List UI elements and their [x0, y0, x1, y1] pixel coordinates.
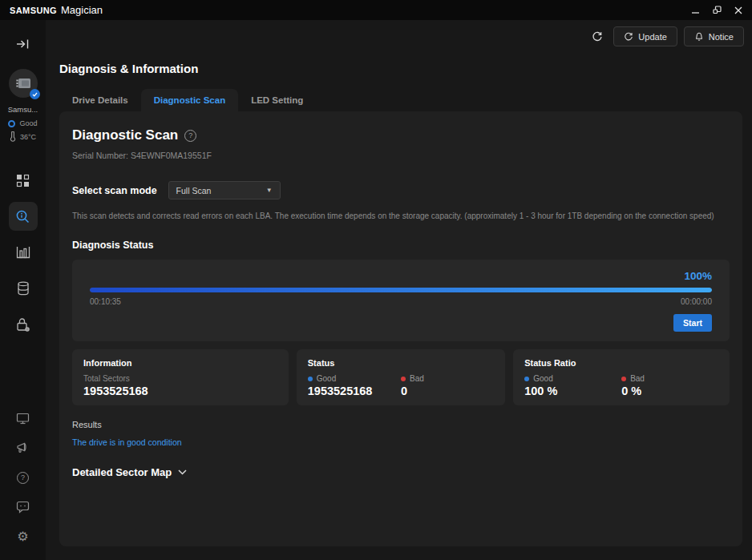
- good-dot-icon: [524, 377, 529, 381]
- health-label: Good: [19, 119, 37, 127]
- detailed-sector-map-toggle[interactable]: Detailed Sector Map: [72, 466, 730, 478]
- sidebar-expand-icon[interactable]: [16, 38, 30, 50]
- tab-bar: Drive Details Diagnostic Scan LED Settin…: [59, 89, 752, 111]
- results-label: Results: [72, 420, 730, 429]
- remaining-time: 00:00:00: [681, 297, 712, 306]
- diagnosis-magnifier-icon: [15, 209, 30, 224]
- ratio-bad-value: 0 %: [621, 385, 718, 397]
- monitor-icon: [16, 413, 30, 425]
- sidebar-item-security[interactable]: [9, 310, 38, 339]
- status-bad-label: Bad: [410, 374, 424, 383]
- drive-name: Samsu...: [8, 105, 38, 114]
- diagnostic-scan-panel: Diagnostic Scan ? Serial Number: S4EWNF0…: [59, 111, 742, 546]
- logo-magician: Magician: [61, 4, 103, 16]
- tab-led-setting[interactable]: LED Setting: [238, 89, 316, 111]
- sidebar-item-feedback[interactable]: [10, 495, 36, 519]
- results-text: The drive is in good condition: [72, 437, 730, 447]
- sector-map-label: Detailed Sector Map: [72, 466, 172, 478]
- status-card: Status Good 1953525168 Bad 0: [297, 349, 505, 405]
- status-card-title: Status: [308, 358, 494, 368]
- elapsed-time: 00:10:35: [90, 297, 121, 306]
- progress-percent: 100%: [90, 270, 712, 282]
- tab-diagnostic-scan[interactable]: Diagnostic Scan: [141, 89, 238, 111]
- grid-icon: [16, 174, 30, 187]
- status-good-value: 1953525168: [308, 385, 401, 397]
- chevron-down-icon: [178, 469, 187, 475]
- thermometer-icon: [10, 131, 16, 142]
- sidebar-item-dashboard[interactable]: [9, 166, 38, 195]
- good-dot-icon: [308, 377, 313, 381]
- tab-drive-details[interactable]: Drive Details: [59, 89, 141, 111]
- help-icon: ?: [17, 472, 29, 484]
- total-sectors-value: 1953525168: [83, 385, 277, 397]
- drive-check-badge-icon: [30, 89, 40, 99]
- diagnosis-status-panel: 100% 00:10:35 00:00:00 Start: [72, 260, 730, 341]
- health-good-ring-icon: [8, 120, 15, 127]
- diagnosis-status-title: Diagnosis Status: [72, 240, 730, 251]
- sidebar-nav: [9, 166, 38, 339]
- bar-chart-icon: [16, 246, 30, 259]
- progress-bar-fill: [90, 288, 712, 292]
- close-icon[interactable]: [734, 6, 742, 14]
- sidebar-item-settings[interactable]: ⚙: [10, 525, 36, 549]
- sidebar: Samsu... Good 36°C: [0, 20, 46, 560]
- result-cards: Information Total Sectors 1953525168 Sta…: [72, 349, 730, 405]
- sidebar-item-diagnosis[interactable]: [9, 202, 38, 231]
- progress-bar: [90, 288, 712, 292]
- scan-mode-label: Select scan mode: [72, 185, 157, 196]
- sidebar-item-system[interactable]: [10, 406, 36, 430]
- sidebar-utility-nav: ? ⚙: [10, 406, 36, 549]
- status-ratio-card-title: Status Ratio: [524, 358, 718, 368]
- help-tooltip-icon[interactable]: ?: [184, 130, 196, 142]
- start-button[interactable]: Start: [673, 314, 712, 332]
- main-content: Diagnosis & Information Drive Details Di…: [46, 20, 752, 560]
- information-card: Information Total Sectors 1953525168: [72, 349, 289, 405]
- scan-description: This scan detects and corrects read erro…: [72, 212, 730, 220]
- temperature-label: 36°C: [20, 133, 36, 141]
- ratio-good-label: Good: [533, 374, 552, 383]
- status-ratio-card: Status Ratio Good 100 % Bad 0 %: [513, 349, 730, 405]
- bad-dot-icon: [401, 377, 406, 381]
- window-controls: [692, 6, 742, 14]
- logo-samsung: SAMSUNG: [10, 6, 57, 15]
- sidebar-item-help[interactable]: ?: [10, 465, 36, 489]
- information-card-title: Information: [83, 358, 277, 368]
- sidebar-item-data-management[interactable]: [9, 274, 38, 303]
- scan-mode-dropdown[interactable]: Full Scan ▼: [168, 181, 281, 199]
- database-icon: [17, 281, 30, 296]
- bad-dot-icon: [621, 377, 626, 381]
- feedback-chat-icon: [16, 501, 30, 514]
- drive-avatar[interactable]: [9, 69, 38, 98]
- lock-icon: [16, 317, 30, 332]
- chevron-down-icon: ▼: [266, 187, 273, 194]
- drive-temperature: 36°C: [10, 131, 36, 142]
- restore-icon[interactable]: [713, 6, 722, 14]
- megaphone-icon: [16, 441, 30, 454]
- panel-title: Diagnostic Scan: [72, 127, 178, 143]
- total-sectors-label: Total Sectors: [83, 374, 277, 383]
- title-bar: SAMSUNG Magician: [0, 0, 752, 20]
- status-bad-value: 0: [401, 385, 494, 397]
- ratio-bad-label: Bad: [630, 374, 645, 383]
- minimize-icon[interactable]: [692, 6, 700, 14]
- ratio-good-value: 100 %: [524, 385, 621, 397]
- status-good-label: Good: [317, 374, 336, 383]
- serial-number: Serial Number: S4EWNF0MA19551F: [72, 151, 730, 160]
- sidebar-item-performance[interactable]: [9, 238, 38, 267]
- drive-health: Good: [8, 119, 37, 127]
- app-logo: SAMSUNG Magician: [10, 4, 103, 16]
- gear-icon: ⚙: [17, 530, 28, 543]
- scan-mode-selected-value: Full Scan: [176, 186, 212, 195]
- sidebar-item-announcements[interactable]: [10, 436, 36, 460]
- page-title: Diagnosis & Information: [59, 62, 752, 75]
